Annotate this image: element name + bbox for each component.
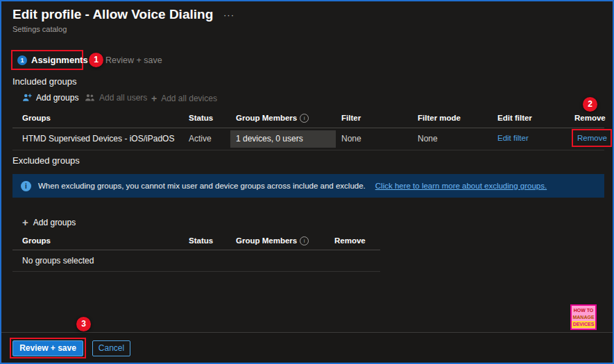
excluded-add-groups-label: Add groups [33, 218, 76, 227]
row-group-name: HTMD Supervised Devices - iOS/iPadOS [22, 134, 174, 144]
excluded-empty-row: No groups selected [22, 256, 94, 266]
excluded-column-header-groups: Groups [22, 236, 51, 245]
add-groups-button[interactable]: Add groups [22, 93, 78, 103]
htmd-logo-line3: DEVICES [572, 321, 595, 328]
context-menu-ellipsis-icon[interactable]: ··· [223, 10, 234, 20]
page-title: Edit profile - Allow Voice Dialing [12, 7, 213, 22]
footer-divider [1, 332, 613, 333]
table-header-divider [12, 128, 604, 128]
tab-assignments[interactable]: Assignments [31, 55, 88, 65]
person-add-icon [22, 93, 32, 103]
htmd-logo: HOW TO MANAGE DEVICES [570, 304, 597, 330]
annotation-circle-3: 3 [76, 317, 91, 331]
plus-icon: + [151, 93, 157, 104]
add-all-users-label: Add all users [99, 93, 147, 103]
info-banner: i When excluding groups, you cannot mix … [12, 174, 604, 198]
table-row-divider [12, 150, 604, 150]
annotation-box-assignments: 1 Assignments [11, 50, 83, 70]
column-header-groups: Groups [22, 114, 51, 122]
annotation-circle-1: 1 [89, 53, 103, 67]
banner-learn-more-link[interactable]: Click here to learn more about excluding… [375, 182, 547, 190]
info-tooltip-icon[interactable]: i [300, 236, 309, 245]
excluded-table-header-divider [12, 250, 380, 250]
htmd-logo-line1: HOW TO [572, 307, 595, 314]
column-header-filter: Filter [341, 114, 361, 122]
excluded-table-row-divider [12, 271, 380, 272]
edit-profile-window: Edit profile - Allow Voice Dialing ··· S… [0, 0, 614, 364]
edit-filter-link[interactable]: Edit filter [497, 134, 529, 142]
review-save-button[interactable]: Review + save [12, 340, 83, 356]
excluded-column-header-remove: Remove [334, 236, 366, 245]
row-group-members: 1 devices, 0 users [236, 134, 303, 144]
info-tooltip-icon[interactable]: i [300, 114, 309, 123]
add-all-users-button[interactable]: Add all users [85, 93, 147, 103]
people-icon [85, 93, 95, 103]
row-status: Active [189, 134, 212, 144]
add-all-devices-button[interactable]: + Add all devices [151, 93, 217, 104]
page-subtitle: Settings catalog [12, 25, 67, 33]
tab-review-save[interactable]: Review + save [105, 55, 162, 65]
banner-info-icon: i [21, 181, 31, 191]
included-groups-heading: Included groups [12, 76, 77, 87]
tab-step-icon: 1 [17, 55, 27, 65]
row-filter: None [341, 134, 361, 144]
banner-text: When excluding groups, you cannot mix us… [38, 182, 366, 190]
row-filter-mode: None [418, 134, 438, 144]
column-header-filter-mode: Filter mode [418, 114, 461, 122]
cancel-button[interactable]: Cancel [92, 340, 130, 356]
annotation-circle-2: 2 [583, 97, 597, 112]
htmd-logo-line2: MANAGE [572, 314, 595, 321]
excluded-groups-heading: Excluded groups [12, 155, 80, 166]
add-groups-label: Add groups [36, 93, 78, 103]
remove-link[interactable]: Remove [577, 134, 607, 142]
add-all-devices-label: Add all devices [161, 94, 217, 103]
column-header-status: Status [189, 114, 213, 122]
column-header-group-members: Group Membersi [236, 114, 309, 123]
excluded-column-header-status: Status [189, 236, 213, 245]
excluded-column-header-group-members: Group Membersi [236, 236, 309, 245]
plus-icon: + [22, 216, 28, 228]
column-header-edit-filter: Edit filter [497, 114, 532, 122]
column-header-remove: Remove [574, 114, 606, 122]
excluded-add-groups-button[interactable]: + Add groups [22, 216, 76, 228]
